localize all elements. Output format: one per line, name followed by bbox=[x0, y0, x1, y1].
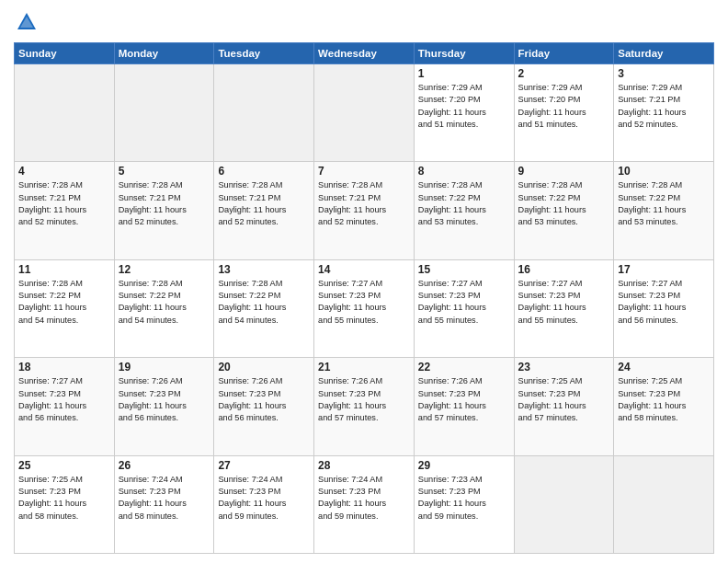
calendar-cell: 21Sunrise: 7:26 AMSunset: 7:23 PMDayligh… bbox=[314, 358, 415, 455]
cell-info: Sunrise: 7:28 AMSunset: 7:22 PMDaylight:… bbox=[518, 179, 610, 228]
cell-info: Sunrise: 7:26 AMSunset: 7:23 PMDaylight:… bbox=[418, 375, 510, 424]
cell-info: Sunrise: 7:25 AMSunset: 7:23 PMDaylight:… bbox=[18, 474, 110, 523]
day-number: 16 bbox=[518, 263, 610, 276]
cell-info: Sunrise: 7:29 AMSunset: 7:21 PMDaylight:… bbox=[618, 82, 710, 131]
day-number: 21 bbox=[318, 361, 410, 373]
day-number: 3 bbox=[618, 67, 710, 80]
day-number: 23 bbox=[518, 361, 610, 373]
calendar-cell: 29Sunrise: 7:23 AMSunset: 7:23 PMDayligh… bbox=[414, 455, 514, 553]
day-number: 12 bbox=[119, 263, 210, 276]
calendar-cell bbox=[514, 455, 614, 553]
cell-info: Sunrise: 7:27 AMSunset: 7:23 PMDaylight:… bbox=[318, 278, 410, 327]
cell-info: Sunrise: 7:29 AMSunset: 7:20 PMDaylight:… bbox=[518, 82, 610, 131]
day-number: 7 bbox=[318, 165, 410, 178]
cell-info: Sunrise: 7:28 AMSunset: 7:21 PMDaylight:… bbox=[119, 179, 210, 228]
calendar-body: 1Sunrise: 7:29 AMSunset: 7:20 PMDaylight… bbox=[15, 64, 714, 554]
cell-info: Sunrise: 7:29 AMSunset: 7:20 PMDaylight:… bbox=[418, 82, 510, 131]
cell-info: Sunrise: 7:26 AMSunset: 7:23 PMDaylight:… bbox=[318, 375, 410, 424]
calendar-header-friday: Friday bbox=[514, 43, 614, 64]
calendar-cell: 19Sunrise: 7:26 AMSunset: 7:23 PMDayligh… bbox=[114, 358, 214, 455]
calendar-header-wednesday: Wednesday bbox=[314, 43, 415, 64]
day-number: 13 bbox=[218, 263, 310, 276]
calendar-cell bbox=[214, 64, 314, 162]
calendar-week-4: 18Sunrise: 7:27 AMSunset: 7:23 PMDayligh… bbox=[15, 358, 714, 455]
cell-info: Sunrise: 7:26 AMSunset: 7:23 PMDaylight:… bbox=[218, 375, 310, 424]
day-number: 25 bbox=[18, 459, 110, 472]
calendar-cell bbox=[114, 64, 214, 162]
calendar-cell: 20Sunrise: 7:26 AMSunset: 7:23 PMDayligh… bbox=[214, 358, 314, 455]
calendar-header-thursday: Thursday bbox=[414, 43, 514, 64]
day-number: 9 bbox=[518, 165, 610, 178]
cell-info: Sunrise: 7:27 AMSunset: 7:23 PMDaylight:… bbox=[518, 278, 610, 327]
calendar-week-2: 4Sunrise: 7:28 AMSunset: 7:21 PMDaylight… bbox=[15, 162, 714, 259]
page: SundayMondayTuesdayWednesdayThursdayFrid… bbox=[0, 0, 728, 563]
day-number: 20 bbox=[218, 361, 310, 373]
cell-info: Sunrise: 7:25 AMSunset: 7:23 PMDaylight:… bbox=[518, 375, 610, 424]
cell-info: Sunrise: 7:23 AMSunset: 7:23 PMDaylight:… bbox=[418, 474, 510, 523]
day-number: 2 bbox=[518, 67, 610, 80]
cell-info: Sunrise: 7:28 AMSunset: 7:21 PMDaylight:… bbox=[18, 179, 110, 228]
calendar-cell: 15Sunrise: 7:27 AMSunset: 7:23 PMDayligh… bbox=[414, 259, 514, 357]
logo-icon bbox=[14, 9, 40, 35]
calendar-table: SundayMondayTuesdayWednesdayThursdayFrid… bbox=[14, 42, 714, 554]
calendar-cell: 1Sunrise: 7:29 AMSunset: 7:20 PMDaylight… bbox=[414, 64, 514, 162]
calendar-header-monday: Monday bbox=[114, 43, 214, 64]
day-number: 15 bbox=[418, 263, 510, 276]
calendar-cell: 2Sunrise: 7:29 AMSunset: 7:20 PMDaylight… bbox=[514, 64, 614, 162]
day-number: 26 bbox=[119, 459, 210, 472]
calendar-cell: 25Sunrise: 7:25 AMSunset: 7:23 PMDayligh… bbox=[15, 455, 115, 553]
day-number: 8 bbox=[418, 165, 510, 178]
cell-info: Sunrise: 7:25 AMSunset: 7:23 PMDaylight:… bbox=[618, 375, 710, 424]
day-number: 11 bbox=[18, 263, 110, 276]
day-number: 27 bbox=[218, 459, 310, 472]
calendar-cell: 13Sunrise: 7:28 AMSunset: 7:22 PMDayligh… bbox=[214, 259, 314, 357]
day-number: 19 bbox=[119, 361, 210, 373]
calendar-week-1: 1Sunrise: 7:29 AMSunset: 7:20 PMDaylight… bbox=[15, 64, 714, 162]
calendar-cell: 26Sunrise: 7:24 AMSunset: 7:23 PMDayligh… bbox=[114, 455, 214, 553]
day-number: 4 bbox=[18, 165, 110, 178]
cell-info: Sunrise: 7:24 AMSunset: 7:23 PMDaylight:… bbox=[119, 474, 210, 523]
cell-info: Sunrise: 7:27 AMSunset: 7:23 PMDaylight:… bbox=[18, 375, 110, 424]
calendar-week-3: 11Sunrise: 7:28 AMSunset: 7:22 PMDayligh… bbox=[15, 259, 714, 357]
calendar-header-row: SundayMondayTuesdayWednesdayThursdayFrid… bbox=[15, 43, 714, 64]
calendar-cell: 7Sunrise: 7:28 AMSunset: 7:21 PMDaylight… bbox=[314, 162, 415, 259]
cell-info: Sunrise: 7:28 AMSunset: 7:22 PMDaylight:… bbox=[418, 179, 510, 228]
calendar-cell: 10Sunrise: 7:28 AMSunset: 7:22 PMDayligh… bbox=[614, 162, 714, 259]
calendar-cell: 9Sunrise: 7:28 AMSunset: 7:22 PMDaylight… bbox=[514, 162, 614, 259]
calendar-cell: 18Sunrise: 7:27 AMSunset: 7:23 PMDayligh… bbox=[15, 358, 115, 455]
logo bbox=[14, 9, 43, 35]
cell-info: Sunrise: 7:27 AMSunset: 7:23 PMDaylight:… bbox=[418, 278, 510, 327]
calendar-header-sunday: Sunday bbox=[15, 43, 115, 64]
calendar-cell: 24Sunrise: 7:25 AMSunset: 7:23 PMDayligh… bbox=[614, 358, 714, 455]
calendar-cell: 11Sunrise: 7:28 AMSunset: 7:22 PMDayligh… bbox=[15, 259, 115, 357]
calendar-cell bbox=[15, 64, 115, 162]
calendar-cell: 27Sunrise: 7:24 AMSunset: 7:23 PMDayligh… bbox=[214, 455, 314, 553]
cell-info: Sunrise: 7:24 AMSunset: 7:23 PMDaylight:… bbox=[218, 474, 310, 523]
day-number: 10 bbox=[618, 165, 710, 178]
calendar-cell: 3Sunrise: 7:29 AMSunset: 7:21 PMDaylight… bbox=[614, 64, 714, 162]
cell-info: Sunrise: 7:28 AMSunset: 7:22 PMDaylight:… bbox=[18, 278, 110, 327]
calendar-cell: 28Sunrise: 7:24 AMSunset: 7:23 PMDayligh… bbox=[314, 455, 415, 553]
cell-info: Sunrise: 7:28 AMSunset: 7:21 PMDaylight:… bbox=[318, 179, 410, 228]
calendar-cell: 17Sunrise: 7:27 AMSunset: 7:23 PMDayligh… bbox=[614, 259, 714, 357]
cell-info: Sunrise: 7:24 AMSunset: 7:23 PMDaylight:… bbox=[318, 474, 410, 523]
cell-info: Sunrise: 7:26 AMSunset: 7:23 PMDaylight:… bbox=[119, 375, 210, 424]
calendar-header-tuesday: Tuesday bbox=[214, 43, 314, 64]
cell-info: Sunrise: 7:28 AMSunset: 7:22 PMDaylight:… bbox=[119, 278, 210, 327]
cell-info: Sunrise: 7:27 AMSunset: 7:23 PMDaylight:… bbox=[618, 278, 710, 327]
calendar-cell: 14Sunrise: 7:27 AMSunset: 7:23 PMDayligh… bbox=[314, 259, 415, 357]
calendar-cell bbox=[614, 455, 714, 553]
calendar-cell: 6Sunrise: 7:28 AMSunset: 7:21 PMDaylight… bbox=[214, 162, 314, 259]
calendar-cell: 16Sunrise: 7:27 AMSunset: 7:23 PMDayligh… bbox=[514, 259, 614, 357]
day-number: 18 bbox=[18, 361, 110, 373]
calendar-cell: 5Sunrise: 7:28 AMSunset: 7:21 PMDaylight… bbox=[114, 162, 214, 259]
header bbox=[14, 9, 714, 35]
calendar-header-saturday: Saturday bbox=[614, 43, 714, 64]
day-number: 5 bbox=[119, 165, 210, 178]
calendar-week-5: 25Sunrise: 7:25 AMSunset: 7:23 PMDayligh… bbox=[15, 455, 714, 553]
day-number: 14 bbox=[318, 263, 410, 276]
calendar-cell: 23Sunrise: 7:25 AMSunset: 7:23 PMDayligh… bbox=[514, 358, 614, 455]
calendar-cell: 12Sunrise: 7:28 AMSunset: 7:22 PMDayligh… bbox=[114, 259, 214, 357]
calendar-cell: 22Sunrise: 7:26 AMSunset: 7:23 PMDayligh… bbox=[414, 358, 514, 455]
calendar-cell: 8Sunrise: 7:28 AMSunset: 7:22 PMDaylight… bbox=[414, 162, 514, 259]
